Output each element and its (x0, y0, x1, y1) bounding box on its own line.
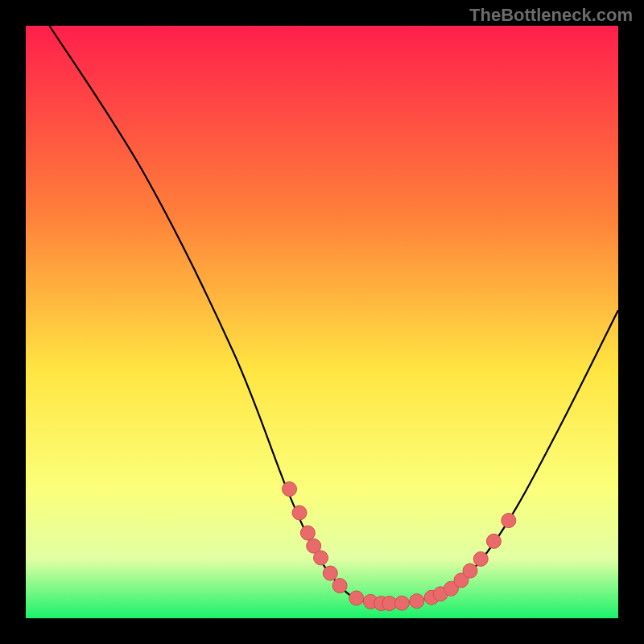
data-marker (410, 594, 424, 609)
data-marker (332, 579, 347, 593)
data-marker (292, 506, 307, 520)
data-marker (394, 596, 409, 610)
chart-frame: TheBottleneck.com (0, 0, 644, 644)
gradient-bg (26, 26, 618, 618)
data-marker (473, 551, 488, 566)
data-marker (502, 514, 516, 528)
data-marker (314, 551, 328, 565)
data-marker (283, 482, 297, 497)
plot-svg (26, 26, 618, 618)
data-marker (463, 564, 477, 578)
data-marker (300, 526, 315, 540)
data-marker (323, 566, 337, 580)
data-marker (349, 591, 364, 605)
data-marker (486, 534, 501, 548)
watermark-text: TheBottleneck.com (469, 5, 633, 26)
plot-area (26, 26, 618, 618)
